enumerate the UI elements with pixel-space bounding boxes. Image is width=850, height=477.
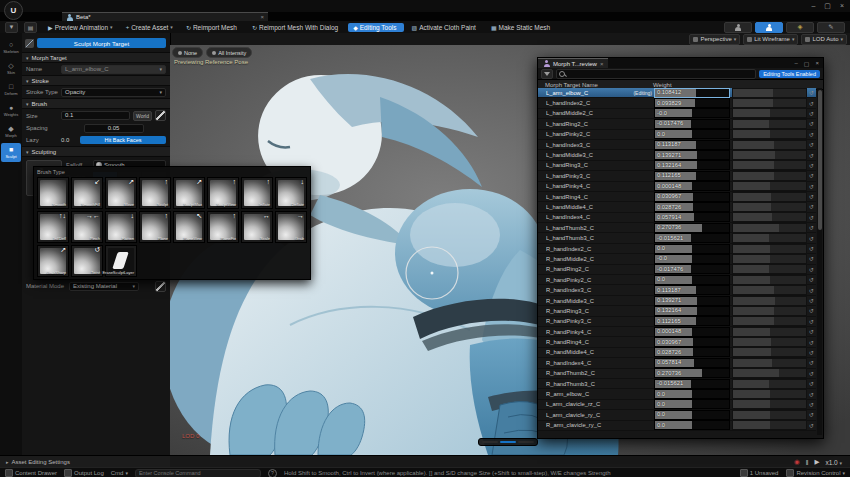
brush-tile[interactable]: ↑ Inflate xyxy=(241,177,273,209)
minimize-button[interactable]: – xyxy=(794,60,797,67)
brush-tile[interactable]: ↓ Deflate xyxy=(275,177,307,209)
viewport-action-button[interactable] xyxy=(518,441,534,443)
window-title-bar[interactable]: Morph T...review × – ▢ × xyxy=(538,58,823,68)
weight-spinbox[interactable]: 0.000148 xyxy=(654,181,730,191)
table-row[interactable]: R_handThumb2_C 0.270736 ↺ xyxy=(538,369,816,379)
save-icon[interactable]: ▼ xyxy=(5,22,18,33)
column-name[interactable]: Morph Target Name xyxy=(538,82,653,88)
world-size-toggle[interactable]: World xyxy=(133,111,152,121)
table-row[interactable]: R_handIndex2_C 0.0 ↺ xyxy=(538,244,816,254)
reset-icon[interactable]: ↺ xyxy=(809,100,816,107)
weight-slider[interactable] xyxy=(732,244,807,254)
weight-slider[interactable] xyxy=(732,181,807,191)
viewport-action-button[interactable] xyxy=(500,441,516,443)
reset-icon[interactable]: ↺ xyxy=(809,110,816,117)
reset-icon[interactable]: ↺ xyxy=(809,359,816,366)
reset-icon[interactable]: ↺ xyxy=(809,193,816,200)
reset-icon[interactable]: ↺ xyxy=(809,349,816,356)
record-icon[interactable]: ◉ xyxy=(794,458,800,466)
brush-tile[interactable]: EraseSculptLayer xyxy=(105,245,137,277)
reset-icon[interactable]: ↺ xyxy=(809,401,816,408)
viewport-tool-icon[interactable] xyxy=(239,35,248,44)
weight-slider[interactable] xyxy=(732,140,807,150)
eyedropper-icon[interactable] xyxy=(155,281,166,292)
weight-spinbox[interactable]: 0.270736 xyxy=(654,368,730,378)
weight-spinbox[interactable]: -0.0 xyxy=(654,108,730,118)
reset-icon[interactable]: ↺ xyxy=(809,120,816,127)
weight-spinbox[interactable]: -0.017476 xyxy=(654,119,730,129)
weight-spinbox[interactable]: 0.0 xyxy=(654,129,730,139)
viewport-action-button[interactable] xyxy=(482,441,498,443)
weight-spinbox[interactable]: 0.113187 xyxy=(654,285,730,295)
table-row[interactable]: L_arm_clavicle_rz_C 0.0 ↺ xyxy=(538,400,816,410)
table-row[interactable]: R_handIndex3_C 0.113187 ↺ xyxy=(538,285,816,295)
table-row[interactable]: L_handIndex2_C 0.093829 ↺ xyxy=(538,98,816,108)
weight-spinbox[interactable]: 0.000148 xyxy=(654,327,730,337)
table-row[interactable]: L_handIndex4_C 0.057914 ↺ xyxy=(538,213,816,223)
table-row[interactable]: R_handRing4_C 0.030967 ↺ xyxy=(538,337,816,347)
brush-tile[interactable]: → Grab xyxy=(275,211,307,243)
unsaved-indicator[interactable]: 1 Unsaved xyxy=(740,469,779,477)
weight-spinbox[interactable]: 0.093829 xyxy=(654,98,730,108)
table-row[interactable]: L_handRing2_C -0.017476 ↺ xyxy=(538,119,816,129)
table-row[interactable]: L_handMiddle3_C 0.139271 ↺ xyxy=(538,150,816,160)
viewport-tool-icon[interactable] xyxy=(173,35,182,44)
material-mode-dropdown[interactable]: Existing Material ▾ xyxy=(69,282,139,291)
reset-icon[interactable]: ↺ xyxy=(809,255,816,262)
reset-icon[interactable]: ↺ xyxy=(809,380,816,387)
viewport-tool-icon[interactable] xyxy=(261,35,270,44)
table-row[interactable]: R_handPinky2_C 0.0 ↺ xyxy=(538,275,816,285)
reset-icon[interactable]: ↺ xyxy=(809,152,816,159)
content-drawer-button[interactable]: Content Drawer xyxy=(5,469,57,477)
weight-slider[interactable] xyxy=(732,420,807,430)
toolbar-button[interactable]: ◆ Editing Tools xyxy=(348,23,403,32)
toolbar-button[interactable]: ▶ Preview Animation ▾ xyxy=(43,23,118,32)
viewport-view-option[interactable]: LOD Auto ▾ xyxy=(801,34,847,45)
table-row[interactable]: R_handMiddle2_C -0.0 ↺ xyxy=(538,254,816,264)
playback-speed[interactable]: x1.0 ▾ xyxy=(825,459,842,466)
viewport-tool-icon[interactable] xyxy=(272,35,281,44)
weight-spinbox[interactable]: -0.015621 xyxy=(654,233,730,243)
lazy-field[interactable]: 0.0 xyxy=(61,137,77,143)
weight-spinbox[interactable]: 0.113187 xyxy=(654,140,730,150)
viewport-view-option[interactable]: Lit Wireframe ▾ xyxy=(743,34,798,45)
preview-chip[interactable]: All Intensity xyxy=(206,47,252,58)
weight-slider[interactable] xyxy=(732,192,807,202)
reset-icon[interactable]: ↺ xyxy=(809,162,816,169)
brush-tile[interactable]: ↔ Scale xyxy=(241,211,273,243)
brush-tile[interactable]: Smooth xyxy=(37,177,69,209)
weight-slider[interactable] xyxy=(732,389,807,399)
reset-icon[interactable]: ↺ xyxy=(809,422,816,429)
brush-tile[interactable]: ↑↓ Inf/Defl xyxy=(37,211,69,243)
viewport-view-option[interactable]: Perspective ▾ xyxy=(689,34,740,45)
asset-tab[interactable]: Beta* × xyxy=(62,12,268,21)
toolbar-button[interactable]: ▦ Make Static Mesh xyxy=(486,23,557,32)
table-row[interactable]: R_handIndex4_C 0.057814 ↺ xyxy=(538,358,816,368)
weight-spinbox[interactable]: 0.057814 xyxy=(654,358,730,368)
weight-slider[interactable] xyxy=(732,296,807,306)
table-row[interactable]: L_handMiddle2_C -0.0 ↺ xyxy=(538,109,816,119)
reset-icon[interactable]: ↺ xyxy=(809,276,816,283)
weight-slider[interactable] xyxy=(732,129,807,139)
hit-back-faces-button[interactable]: Hit Back Faces xyxy=(80,136,166,144)
sculpt-morph-target-button[interactable]: Sculpt Morph Target xyxy=(37,38,166,48)
column-weight[interactable]: Weight xyxy=(653,82,672,88)
table-row[interactable]: L_handThumb3_C -0.015621 ↺ xyxy=(538,233,816,243)
reset-icon[interactable]: ↺ xyxy=(809,224,816,231)
weight-spinbox[interactable]: 0.132164 xyxy=(654,160,730,170)
weight-spinbox[interactable]: 0.132164 xyxy=(654,306,730,316)
brush-tile[interactable]: ↑ SculptView xyxy=(207,177,239,209)
weight-spinbox[interactable]: 0.139271 xyxy=(654,296,730,306)
weight-slider[interactable] xyxy=(732,223,807,233)
reset-icon[interactable]: ↺ xyxy=(809,203,816,210)
console-input[interactable] xyxy=(139,470,257,476)
weight-spinbox[interactable]: 0.0 xyxy=(654,410,730,420)
weight-slider[interactable] xyxy=(732,358,807,368)
toolbar-button[interactable]: + Create Asset ▾ xyxy=(121,23,178,32)
brush-tile[interactable]: ↑ PlaneFix xyxy=(207,211,239,243)
maximize-button[interactable]: ▢ xyxy=(804,60,810,67)
weight-spinbox[interactable]: 0.028726 xyxy=(654,347,730,357)
section-morph-target[interactable]: ▾ Morph Target xyxy=(22,52,170,63)
reset-icon[interactable]: ↺ xyxy=(809,214,816,221)
weight-spinbox[interactable]: 0.0 xyxy=(654,389,730,399)
